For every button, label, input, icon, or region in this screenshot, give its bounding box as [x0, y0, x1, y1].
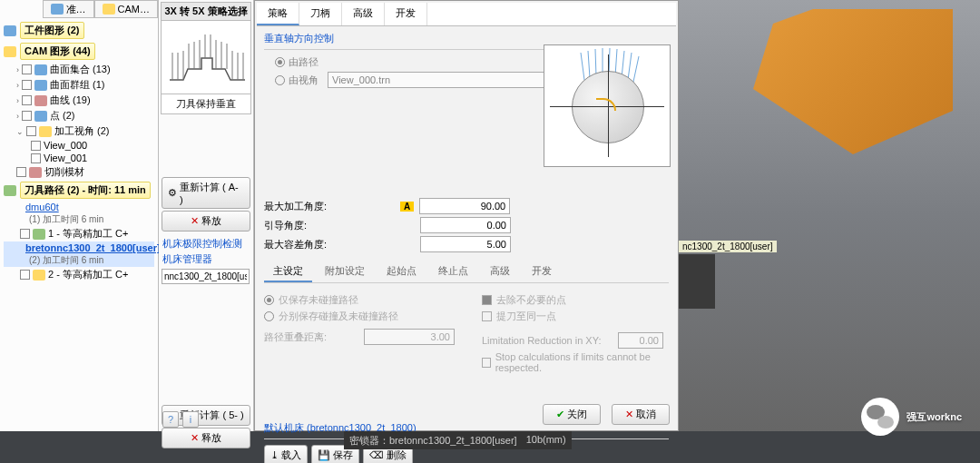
item-label: 切削模材 — [44, 165, 84, 179]
strategy-strip-panel: 3X 转 5X 策略选择 刀具保持垂直 ⚙重新计算 ( A- ) ✕释放 机床极… — [159, 0, 254, 431]
option-label: 分别保存碰撞及未碰撞路径 — [279, 310, 398, 323]
load-button[interactable]: ⤓载入 — [264, 445, 308, 463]
item-label: 1 - 等高精加工 C+ — [48, 227, 128, 241]
cam-icon — [103, 4, 115, 15]
section-camgeom-title: CAM 图形 (44) — [20, 43, 95, 60]
radio-label: 由路径 — [289, 55, 318, 69]
tree-item-bretonnc[interactable]: bretonnc1300_2t_1800[user] — [4, 241, 154, 254]
button-label: 保存 — [333, 448, 353, 462]
tree-item-curves[interactable]: ›曲线 (19) — [4, 93, 154, 108]
radio-save-safe-only[interactable]: 仅保存未碰撞路径 — [264, 293, 455, 307]
svg-line-14 — [581, 53, 584, 80]
gear-icon: ⚙ — [168, 187, 177, 199]
close-button[interactable]: ✔关闭 — [543, 404, 601, 425]
chevron-right-icon: › — [16, 81, 19, 90]
subtab-dev[interactable]: 开发 — [523, 261, 561, 282]
radio-icon — [264, 311, 274, 321]
tab-cam-label: CAM… — [118, 4, 150, 15]
checkbox[interactable] — [31, 141, 41, 151]
subtab-end[interactable]: 终止点 — [429, 261, 477, 282]
tolerance-angle-input[interactable]: 5.00 — [420, 236, 511, 252]
recalculate-a-button[interactable]: ⚙重新计算 ( A- ) — [162, 177, 250, 209]
info-button[interactable]: i — [182, 411, 199, 428]
curve-icon — [34, 95, 47, 106]
3d-viewport[interactable]: nc1300_2t_1800[user] — [679, 0, 980, 431]
item-label: View_001 — [44, 153, 87, 163]
workpiece-block — [679, 254, 715, 309]
status-machine: 密锁器：bretonnc1300_2t_1800[user] — [349, 434, 517, 447]
dialog-tab-holder[interactable]: 刀柄 — [299, 3, 342, 25]
chevron-right-icon: › — [16, 112, 19, 121]
lead-angle-label: 引导角度: — [264, 219, 400, 232]
tree-item-points[interactable]: ›点 (2) — [4, 108, 154, 123]
checkbox[interactable] — [22, 80, 32, 90]
save-icon: 💾 — [318, 449, 330, 461]
close-icon: ✕ — [625, 409, 633, 420]
workpiece-icon — [4, 25, 16, 36]
check-remove-points[interactable]: 去除不必要的点 — [482, 293, 669, 307]
overlap-input[interactable]: 3.00 — [364, 329, 455, 345]
tree-item-op1[interactable]: 1 - 等高精加工 C+ — [4, 226, 154, 241]
tree-item-surfacegroup[interactable]: ›曲面群组 (1) — [4, 77, 154, 93]
tree-section-toolpaths[interactable]: 刀具路径 (2) - 时间: 11 min — [4, 180, 154, 201]
strategy-thumbnail[interactable] — [162, 21, 250, 94]
subtab-main[interactable]: 主设定 — [264, 261, 312, 282]
cancel-button[interactable]: ✕取消 — [612, 404, 670, 425]
item-label: bretonnc1300_2t_1800[user] — [25, 242, 161, 253]
chevron-down-icon: ⌄ — [16, 127, 24, 136]
tree-section-workpiece[interactable]: 工件图形 (2) — [4, 20, 154, 41]
subtab-adv[interactable]: 高级 — [481, 261, 519, 282]
orientation-preview[interactable] — [544, 44, 671, 167]
close-icon: ✕ — [191, 215, 199, 227]
limitation-input[interactable]: 0.00 — [618, 332, 663, 349]
item-label: View_000 — [44, 140, 87, 151]
subtab-start[interactable]: 起始点 — [377, 261, 426, 282]
tree-item-surfaceset[interactable]: ›曲面集合 (13) — [4, 62, 154, 77]
chevron-right-icon: › — [16, 96, 19, 105]
radio-icon — [264, 295, 274, 305]
project-tree-panel: 准… CAM… 工件图形 (2) CAM 图形 (44) ›曲面集合 (13) … — [0, 0, 159, 431]
item-label: dmu60t — [25, 202, 59, 212]
check-retract-same[interactable]: 提刀至同一点 — [482, 310, 669, 323]
checkbox[interactable] — [22, 111, 32, 121]
checkbox-icon — [482, 358, 491, 368]
release-button[interactable]: ✕释放 — [162, 211, 250, 232]
strategy-settings-dialog: 策略 刀柄 高级 开发 垂直轴方向控制 由路径 由视角▾ 最大加工角度:A90.… — [254, 0, 679, 431]
tree-item-view001[interactable]: View_001 — [4, 152, 154, 164]
toolbar-tab-cam[interactable]: CAM… — [94, 0, 158, 18]
toolbar-tab-prep[interactable]: 准… — [43, 0, 94, 18]
machine-manager-input[interactable] — [162, 269, 250, 284]
check-stop-calc[interactable]: Stop calculations if limits cannot be re… — [482, 351, 669, 373]
help-button[interactable]: ? — [162, 411, 179, 428]
item-subtext: (1) 加工时间 6 min — [4, 213, 154, 226]
checkbox[interactable] — [31, 153, 41, 163]
tree-item-stockmodel[interactable]: 切削模材 — [4, 164, 154, 180]
tree-item-view000[interactable]: View_000 — [4, 139, 154, 152]
checkbox[interactable] — [22, 64, 32, 74]
checkbox[interactable] — [22, 95, 32, 105]
tree-item-dmu60t[interactable]: dmu60t — [4, 201, 154, 213]
subtab-extra[interactable]: 附加设定 — [316, 261, 374, 282]
tree-item-viewangle[interactable]: ⌄加工视角 (2) — [4, 123, 154, 139]
dialog-tab-develop[interactable]: 开发 — [385, 3, 427, 25]
op-icon — [33, 229, 45, 240]
checkbox[interactable] — [16, 167, 26, 177]
radio-label: 由视角 — [289, 74, 318, 87]
radio-save-both[interactable]: 分别保存碰撞及未碰撞路径 — [264, 310, 455, 323]
lead-angle-input[interactable]: 0.00 — [420, 217, 511, 233]
checkbox[interactable] — [20, 270, 30, 280]
checkbox[interactable] — [26, 126, 36, 136]
section-toolpath-title: 刀具路径 (2) - 时间: 11 min — [20, 182, 151, 199]
max-angle-input[interactable]: 90.00 — [419, 198, 510, 214]
item-label: 加工视角 (2) — [54, 124, 110, 138]
checkbox[interactable] — [20, 229, 30, 239]
point-icon — [34, 111, 47, 122]
release-button-2[interactable]: ✕释放 — [162, 428, 250, 448]
tab-prep-label: 准… — [66, 3, 86, 16]
tree-section-camgeom[interactable]: CAM 图形 (44) — [4, 41, 154, 62]
surface-icon — [34, 64, 47, 75]
checkbox-icon — [482, 295, 492, 305]
tree-item-op2[interactable]: 2 - 等高精加工 C+ — [4, 267, 154, 282]
dialog-tab-advanced[interactable]: 高级 — [342, 3, 385, 25]
dialog-tab-strategy[interactable]: 策略 — [257, 3, 299, 25]
